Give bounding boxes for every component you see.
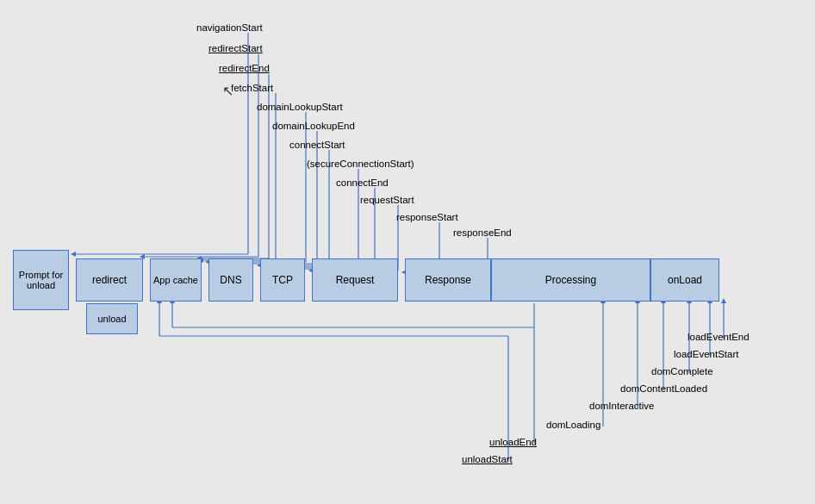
svg-marker-2 [71, 252, 76, 257]
label-connectend: connectEnd [336, 177, 389, 188]
label-unloadstart: unloadStart [462, 454, 513, 464]
label-redirectend: redirectEnd [219, 63, 270, 73]
label-requeststart: requestStart [360, 195, 414, 205]
prompt-box: Prompt for unload [13, 250, 69, 310]
label-responseend: responseEnd [453, 227, 512, 238]
label-domainlookupstart: domainLookupStart [257, 102, 343, 112]
tcp-box: TCP [260, 258, 305, 302]
label-domloading: domLoading [546, 420, 600, 430]
label-responsestart: responseStart [396, 212, 458, 222]
onload-box: onLoad [650, 258, 719, 302]
unload-box: unload [86, 303, 138, 334]
label-redirectstart: redirectStart [208, 43, 263, 53]
timing-lines [0, 0, 815, 504]
dns-box: DNS [208, 258, 253, 302]
label-domcomplete: domComplete [651, 366, 713, 376]
label-loadeventstart: loadEventStart [674, 349, 738, 359]
label-dominteractive: domInteractive [589, 401, 654, 411]
processing-box: Processing [491, 258, 650, 302]
response-box: Response [405, 258, 491, 302]
svg-marker-37 [721, 298, 726, 303]
diagram: Prompt for unload redirect unload App ca… [0, 0, 815, 504]
label-unloadend: unloadEnd [489, 437, 537, 447]
label-fetchstart: fetchStart [231, 83, 273, 93]
label-secureconnectionstart: (secureConnectionStart) [307, 159, 414, 169]
request-box: Request [312, 258, 398, 302]
mouse-cursor: ↖ [222, 83, 233, 99]
label-loadeventend: loadEventEnd [687, 332, 750, 342]
label-connectstart: connectStart [289, 140, 345, 150]
label-domainlookupend: domainLookupEnd [272, 121, 355, 131]
label-domcontentloaded: domContentLoaded [620, 383, 707, 394]
label-navigationstart: navigationStart [196, 22, 263, 33]
redirect-box: redirect [76, 258, 143, 302]
appcache-box: App cache [150, 258, 202, 302]
